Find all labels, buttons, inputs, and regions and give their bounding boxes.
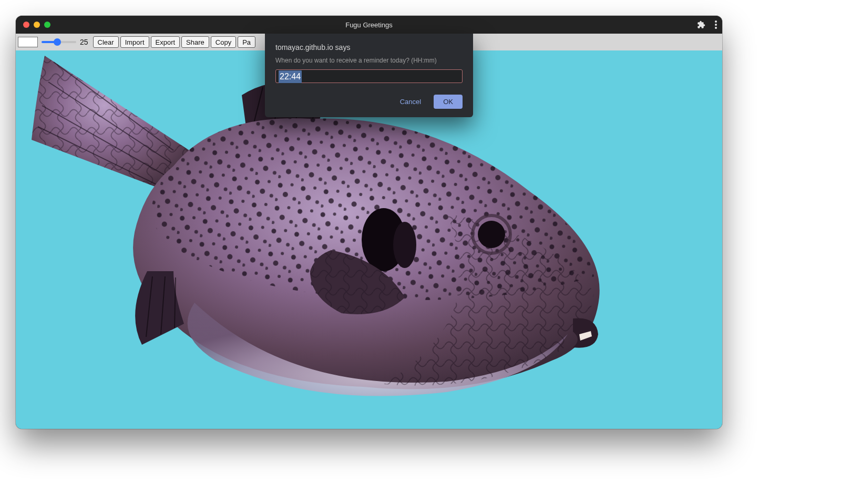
color-swatch[interactable] [18,37,38,47]
svg-point-17 [478,221,505,248]
clear-button[interactable]: Clear [93,36,119,48]
slider-thumb[interactable] [54,38,61,46]
paste-button-truncated[interactable]: Pa [238,36,255,48]
app-window: Fugu Greetings 25 Clear Import Export Sh… [16,16,722,429]
titlebar: Fugu Greetings [16,16,722,34]
zoom-window-button[interactable] [44,22,50,28]
minimize-window-button[interactable] [34,22,40,28]
dialog-message: When do you want to receive a reminder t… [275,57,463,64]
close-window-button[interactable] [23,22,29,28]
extensions-icon[interactable] [697,20,705,29]
ok-button[interactable]: OK [434,95,463,109]
export-button[interactable]: Export [151,36,180,48]
svg-point-20 [393,222,416,268]
import-button[interactable]: Import [120,36,149,48]
svg-point-1 [715,24,717,26]
dialog-origin-label: tomayac.github.io says [275,43,463,52]
copy-button[interactable]: Copy [211,36,236,48]
slider-value-label: 25 [80,38,88,46]
brush-size-slider[interactable] [42,37,76,47]
svg-point-2 [715,27,717,29]
window-title: Fugu Greetings [16,21,722,29]
svg-point-0 [715,20,717,23]
dialog-actions: Cancel OK [275,95,463,109]
dialog-input-value: 22:44 [279,70,302,83]
dialog-text-input[interactable]: 22:44 [275,69,463,83]
window-controls [23,16,50,34]
kebab-menu-icon[interactable] [715,20,717,29]
share-button[interactable]: Share [181,36,209,48]
js-prompt-dialog: tomayac.github.io says When do you want … [265,34,473,117]
cancel-button[interactable]: Cancel [398,95,423,109]
